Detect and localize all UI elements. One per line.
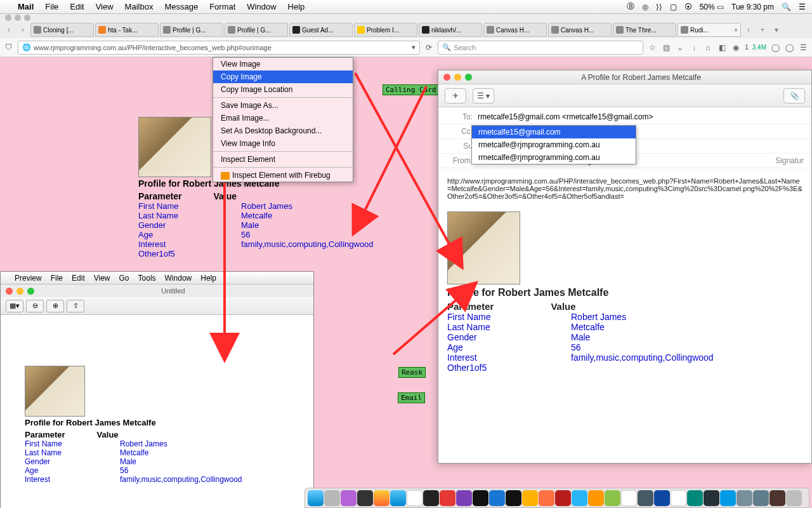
downloads-icon[interactable]: ↓: [689, 43, 699, 53]
share-button[interactable]: ⇧: [67, 300, 84, 312]
zoom-out-button[interactable]: ⊖: [26, 300, 44, 312]
min-dot[interactable]: [15, 15, 21, 21]
browser-tab[interactable]: The Thre...: [613, 23, 676, 37]
menubar-icon[interactable]: Ⓑ: [627, 1, 634, 12]
bookmarks-icon[interactable]: ▤: [661, 43, 671, 53]
profile-image[interactable]: [138, 117, 211, 177]
menu-mailbox[interactable]: Mailbox: [125, 2, 154, 11]
nav-fwd-icon[interactable]: ›: [16, 23, 29, 36]
browser-tab[interactable]: hta - Tak...: [95, 23, 159, 37]
dock-app-icon[interactable]: [638, 490, 653, 506]
menu-item[interactable]: File: [51, 274, 63, 283]
toolbar-icon[interactable]: ◉: [731, 43, 741, 53]
star-icon[interactable]: ☆: [647, 43, 657, 53]
menu-item[interactable]: Tools: [138, 274, 156, 283]
dock-app-icon[interactable]: [753, 490, 769, 506]
browser-tab[interactable]: Profile | G...: [225, 23, 288, 37]
dock-app-icon[interactable]: [506, 490, 521, 506]
min-dot[interactable]: [16, 288, 23, 295]
menu-item[interactable]: View: [94, 274, 110, 283]
dock-app-icon[interactable]: [671, 490, 686, 506]
dropdown-icon[interactable]: ▾: [412, 43, 416, 51]
hamburger-icon[interactable]: ☰: [798, 43, 808, 53]
ctx-view-image[interactable]: View Image: [213, 58, 353, 70]
ctx-inspect-firebug[interactable]: Inspect Element with Firebug: [213, 169, 353, 182]
dock-vlc-icon[interactable]: [588, 490, 604, 506]
autocomplete-item[interactable]: rmetcalfe@rjmprogramming.com.au: [472, 151, 636, 164]
airplay-icon[interactable]: ▢: [670, 3, 677, 11]
menu-format[interactable]: Format: [209, 2, 235, 11]
dock-firefox-icon[interactable]: [539, 490, 554, 506]
browser-tab-active[interactable]: Rudi...×: [678, 23, 741, 37]
dock-filezilla-icon[interactable]: [555, 490, 571, 506]
reload-icon[interactable]: ⟳: [424, 43, 434, 53]
menu-window[interactable]: Window: [247, 2, 276, 11]
ctx-email-image[interactable]: Email Image...: [213, 112, 353, 124]
dock-app-icon[interactable]: [374, 490, 390, 506]
menu-help[interactable]: Help: [288, 2, 305, 11]
preview-canvas[interactable]: Profile for Robert James Metcalfe Parame…: [1, 315, 313, 508]
dock-app-icon[interactable]: [687, 490, 703, 506]
zoom-in-button[interactable]: ⊕: [46, 300, 64, 312]
to-field[interactable]: To: rmetcalfe15@gmail.com <rmetcalfe15@g…: [438, 110, 811, 124]
menu-item[interactable]: Go: [119, 274, 129, 283]
browser-tab[interactable]: Problem I...: [354, 23, 417, 37]
shield-icon[interactable]: ⛉: [4, 43, 14, 53]
dock-trash-icon[interactable]: [786, 490, 802, 506]
autocomplete-item[interactable]: rmetcalfe15@gmail.com: [472, 126, 636, 138]
ctx-copy-image[interactable]: Copy Image: [213, 70, 353, 83]
max-dot[interactable]: [24, 15, 30, 21]
min-dot[interactable]: [454, 74, 461, 81]
menu-file[interactable]: File: [45, 2, 58, 11]
new-tab-icon[interactable]: +: [756, 23, 769, 36]
toolbar-icon[interactable]: ◯: [770, 43, 780, 53]
browser-tab[interactable]: niklasvh/...: [419, 23, 482, 37]
menubar-icon[interactable]: ⟩⟩: [656, 3, 662, 11]
preview-app-name[interactable]: Preview: [15, 274, 42, 283]
dock-mail-icon[interactable]: [720, 490, 736, 506]
menu-item[interactable]: Help: [200, 274, 216, 283]
menu-item[interactable]: Edit: [72, 274, 85, 283]
nav-back-icon[interactable]: ‹: [3, 23, 15, 36]
dock-app-icon[interactable]: [357, 490, 373, 506]
close-dot[interactable]: [5, 15, 11, 21]
toolbar-icon[interactable]: ◧: [717, 43, 727, 53]
close-dot[interactable]: [6, 288, 13, 295]
menu-message[interactable]: Message: [164, 2, 198, 11]
calling-card-button[interactable]: Calling Card: [383, 84, 439, 95]
dock-app-icon[interactable]: [605, 490, 620, 506]
dock-app-icon[interactable]: [522, 490, 538, 506]
attach-button[interactable]: 📎: [783, 88, 805, 104]
dock-app-icon[interactable]: [456, 490, 472, 506]
autocomplete-item[interactable]: rmetcalfe@rjmprogramming.com.au: [472, 138, 636, 151]
dock-app-icon[interactable]: [654, 490, 670, 506]
header-fields-button[interactable]: ☰ ▾: [473, 88, 494, 104]
max-dot[interactable]: [27, 288, 34, 295]
notifications-icon[interactable]: ☰: [799, 3, 806, 11]
email-button[interactable]: Email: [398, 392, 425, 403]
ctx-set-desktop[interactable]: Set As Desktop Background...: [213, 124, 353, 137]
menu-item[interactable]: Window: [165, 274, 192, 283]
menubar-icon[interactable]: ◎: [642, 3, 648, 11]
wifi-icon[interactable]: ⦿: [684, 3, 692, 11]
ctx-save-as[interactable]: Save Image As...: [213, 99, 353, 112]
tab-scroll-icon[interactable]: ›: [742, 23, 755, 36]
signature-label[interactable]: Signatur: [775, 156, 804, 165]
dock-app-icon[interactable]: [704, 490, 719, 506]
close-icon[interactable]: ×: [734, 27, 738, 34]
menu-view[interactable]: View: [96, 2, 114, 11]
dock-app-icon[interactable]: [621, 490, 637, 506]
browser-tab[interactable]: Profile | G...: [160, 23, 223, 37]
search-box[interactable]: 🔍 Search: [438, 41, 643, 55]
toolbar-icon[interactable]: ◯: [784, 43, 794, 53]
ctx-copy-location[interactable]: Copy Image Location: [213, 83, 353, 96]
browser-tab[interactable]: Canvas H...: [483, 23, 547, 37]
clock[interactable]: Tue 9:30 pm: [731, 3, 774, 11]
tabs-dropdown-icon[interactable]: ▾: [770, 23, 783, 36]
home-icon[interactable]: ⌂: [703, 43, 713, 53]
ctx-view-info[interactable]: View Image Info: [213, 137, 353, 150]
dock-app-icon[interactable]: [737, 490, 752, 506]
dock-app-icon[interactable]: [489, 490, 505, 506]
battery-status[interactable]: 50% ▭: [700, 3, 724, 11]
dock-opera-icon[interactable]: [440, 490, 455, 506]
